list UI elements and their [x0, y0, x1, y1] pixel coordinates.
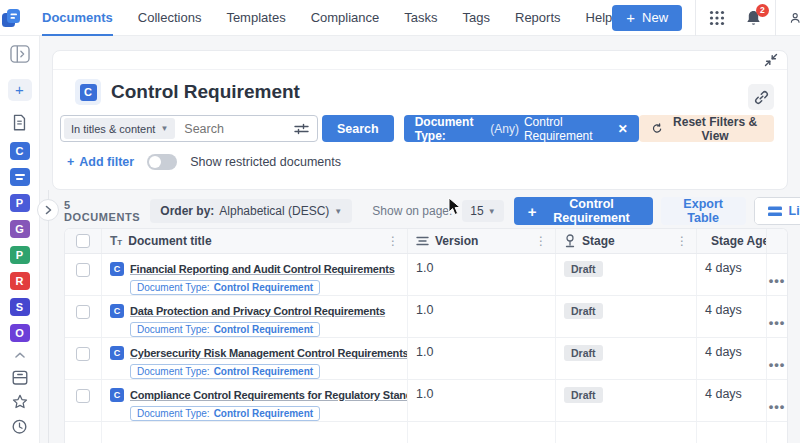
new-button[interactable]: + New: [612, 5, 682, 31]
collapse-arrows-icon: [764, 53, 778, 67]
subfilter-row: + Add filter Show restricted documents: [67, 154, 341, 170]
row-checkbox[interactable]: [76, 389, 90, 403]
show-on-page-label: Show on page:: [372, 204, 452, 218]
nav-item-tasks[interactable]: Tasks: [404, 0, 437, 36]
search-scope-dropdown[interactable]: In titles & content ▼: [64, 118, 175, 139]
documents-count: 5 DOCUMENTS: [64, 199, 140, 223]
table-row[interactable]: C Cybersecurity Risk Management Control …: [65, 338, 787, 380]
nav-item-reports[interactable]: Reports: [515, 0, 561, 36]
row-more-button[interactable]: •••: [766, 380, 787, 421]
table-row[interactable]: C Financial Reporting and Audit Control …: [65, 254, 787, 296]
nav-item-help[interactable]: Help: [586, 0, 613, 36]
document-title-link[interactable]: Compliance Control Requirements for Regu…: [130, 389, 407, 401]
row-checkbox[interactable]: [76, 305, 90, 319]
doc-type-letter-badge: C: [110, 388, 124, 402]
toggle-knob: [149, 156, 161, 168]
rail-doctype-s[interactable]: S: [10, 298, 30, 316]
stage-badge: Draft: [564, 345, 603, 361]
document-title-link[interactable]: Data Protection and Privacy Control Requ…: [130, 305, 385, 317]
row-more-button[interactable]: •••: [766, 338, 787, 379]
collapse-card-button[interactable]: [764, 53, 778, 67]
document-title-link[interactable]: Cybersecurity Risk Management Control Re…: [130, 347, 407, 359]
doc-type-letter-badge: C: [110, 304, 124, 318]
row-more-button[interactable]: •••: [766, 296, 787, 337]
column-menu-icon[interactable]: ⋮: [535, 234, 547, 248]
rail-add-button[interactable]: +: [8, 79, 32, 101]
user-menu[interactable]: Super A.: [789, 3, 800, 33]
reset-label: Reset Filters & View: [669, 115, 761, 143]
document-icon[interactable]: [11, 114, 28, 131]
type-chip-label: Document Type:: [137, 282, 210, 293]
rail-doctype-lines[interactable]: [10, 168, 30, 186]
rail-doctype-g[interactable]: G: [10, 220, 30, 238]
table-row[interactable]: C Data Protection and Privacy Control Re…: [65, 296, 787, 338]
table-row-partial[interactable]: [65, 422, 787, 443]
nav-item-collections[interactable]: Collections: [138, 0, 202, 36]
apps-grid-button[interactable]: [709, 10, 725, 26]
nav-item-tags[interactable]: Tags: [463, 0, 490, 36]
new-button-label: New: [642, 10, 668, 25]
rail-doctype-r[interactable]: R: [10, 272, 30, 290]
star-icon[interactable]: [11, 394, 29, 409]
column-header-stage[interactable]: Stage ⋮: [555, 229, 696, 253]
document-type-chip[interactable]: Document Type: Control Requirement: [130, 406, 320, 421]
list-view-button[interactable]: List: [755, 198, 800, 224]
column-menu-icon[interactable]: ⋮: [676, 234, 688, 248]
document-type-chip[interactable]: Document Type: Control Requirement: [130, 280, 320, 295]
nav-item-compliance[interactable]: Compliance: [311, 0, 380, 36]
document-type-chip[interactable]: Document Type: Control Requirement: [130, 322, 320, 337]
app-logo[interactable]: [0, 0, 22, 36]
create-button-label: Control Requirement: [544, 197, 638, 225]
list-view-label: List: [789, 204, 800, 218]
column-header-version[interactable]: Version ⋮: [407, 229, 555, 253]
document-type-chip[interactable]: Document Type: Control Requirement: [130, 364, 320, 379]
remove-filter-icon[interactable]: ✕: [618, 122, 628, 136]
plus-icon: +: [67, 155, 74, 169]
add-filter-button[interactable]: + Add filter: [67, 155, 134, 169]
link-icon: [754, 90, 769, 105]
notifications-button[interactable]: 2: [745, 9, 762, 27]
column-header-stage-age[interactable]: Stage Age: [696, 229, 766, 253]
export-table-button[interactable]: Export Table: [661, 197, 746, 225]
rail-doctype-p-blue[interactable]: P: [10, 194, 30, 212]
toolbar-actions: + Control Requirement Export Table List: [514, 197, 800, 225]
list-view-icon: [768, 206, 782, 217]
type-chip-label: Document Type:: [137, 408, 210, 419]
chevron-up-icon[interactable]: [14, 352, 26, 358]
nav-item-templates[interactable]: Templates: [226, 0, 285, 36]
copy-link-button[interactable]: [748, 84, 774, 110]
archive-icon[interactable]: [11, 370, 29, 385]
column-header-title[interactable]: TT Document title ⋮: [101, 229, 407, 253]
row-checkbox[interactable]: [76, 347, 90, 361]
row-more-button[interactable]: •••: [766, 254, 787, 295]
plus-icon: +: [528, 203, 537, 220]
show-on-page-dropdown[interactable]: 15 ▼: [462, 200, 503, 222]
document-title-link[interactable]: Financial Reporting and Audit Control Re…: [130, 263, 395, 275]
apps-grid-icon: [709, 10, 725, 26]
search-input[interactable]: [178, 122, 294, 136]
type-chip-value: Control Requirement: [214, 408, 313, 419]
page-title-row: C Control Requirement: [53, 70, 787, 105]
document-type-filter-chip[interactable]: Document Type: (Any) Control Requirement…: [404, 115, 639, 142]
rail-doctype-o[interactable]: O: [10, 324, 30, 342]
advanced-search-icon[interactable]: [294, 123, 309, 135]
table-row[interactable]: C Compliance Control Requirements for Re…: [65, 380, 787, 422]
show-restricted-toggle[interactable]: [147, 154, 177, 170]
rail-doctype-p-green[interactable]: P: [10, 246, 30, 264]
top-bar-right: + New 2: [612, 0, 800, 36]
select-all-checkbox[interactable]: [76, 234, 90, 248]
chevron-right-icon: [45, 205, 52, 215]
order-by-dropdown[interactable]: Order by: Alphabetical (DESC) ▼: [150, 199, 352, 223]
type-chip-label: Document Type:: [137, 324, 210, 335]
show-restricted-label: Show restricted documents: [190, 155, 341, 169]
rail-doctype-c[interactable]: C: [10, 142, 30, 160]
reset-filters-button[interactable]: Reset Filters & View: [639, 115, 774, 142]
search-button[interactable]: Search: [322, 115, 394, 142]
collapse-panel-icon[interactable]: [9, 45, 31, 63]
clock-icon[interactable]: [11, 419, 28, 434]
expand-section-button[interactable]: [37, 199, 59, 221]
create-control-requirement-button[interactable]: + Control Requirement: [514, 197, 653, 225]
row-checkbox[interactable]: [76, 263, 90, 277]
nav-item-documents[interactable]: Documents: [42, 0, 113, 36]
column-menu-icon[interactable]: ⋮: [387, 234, 399, 248]
